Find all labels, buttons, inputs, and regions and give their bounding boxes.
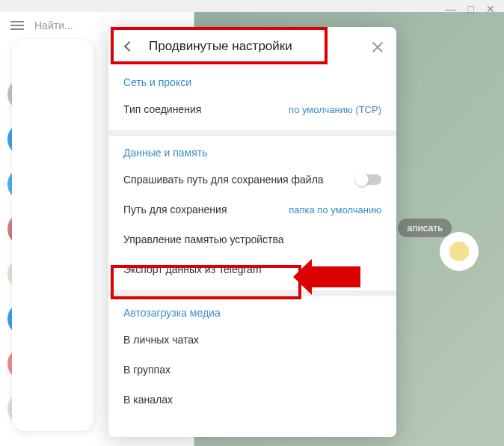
back-button[interactable]: [122, 39, 137, 54]
setting-label: В группах: [123, 364, 170, 376]
section-title-network: Сеть и прокси: [108, 66, 396, 94]
setting-ask-path[interactable]: Спрашивать путь для сохранения файла: [108, 165, 396, 195]
section-title-autoload: Автозагрузка медиа: [108, 296, 396, 325]
section-autoload: Автозагрузка медиа В личных чатах В груп…: [108, 296, 396, 421]
setting-label: Экспорт данных из Telegram: [123, 263, 262, 275]
hamburger-menu-icon[interactable]: [10, 21, 24, 30]
setting-label: В каналах: [123, 394, 173, 406]
dialog-title: Продвинутые настройки: [149, 39, 292, 54]
overlay-card: [12, 39, 94, 431]
setting-memory-management[interactable]: Управление памятью устройства: [108, 224, 396, 254]
setting-channels[interactable]: В каналах: [108, 385, 396, 415]
setting-save-path[interactable]: Путь для сохранения папка по умолчанию: [108, 195, 396, 224]
close-button[interactable]: [371, 40, 384, 54]
setting-label: Управление памятью устройства: [123, 233, 284, 245]
setting-value: по умолчанию (TCP): [289, 104, 381, 115]
section-title-data: Данные и память: [108, 136, 396, 165]
write-badge[interactable]: аписать: [398, 219, 452, 237]
setting-value: папка по умолчанию: [289, 204, 381, 216]
setting-groups[interactable]: В группах: [108, 355, 396, 385]
window-close[interactable]: ✕: [486, 3, 495, 15]
window-maximize[interactable]: □: [468, 3, 474, 15]
setting-label: Спрашивать путь для сохранения файла: [123, 174, 324, 186]
setting-label: Тип соединения: [123, 103, 201, 115]
toggle-ask-path[interactable]: [356, 174, 381, 185]
section-network: Сеть и прокси Тип соединения по умолчани…: [108, 66, 396, 136]
setting-label: Путь для сохранения: [123, 204, 227, 216]
setting-label: В личных чатах: [123, 334, 199, 346]
window-minimize[interactable]: —: [446, 3, 456, 15]
back-arrow-icon: [124, 41, 135, 52]
section-data: Данные и память Спрашивать путь для сохр…: [108, 136, 396, 296]
setting-connection-type[interactable]: Тип соединения по умолчанию (TCP): [108, 94, 396, 124]
setting-private-chats[interactable]: В личных чатах: [108, 325, 396, 355]
setting-export-data[interactable]: Экспорт данных из Telegram: [108, 254, 396, 284]
advanced-settings-dialog: Продвинутые настройки Сеть и прокси Тип …: [108, 27, 396, 437]
